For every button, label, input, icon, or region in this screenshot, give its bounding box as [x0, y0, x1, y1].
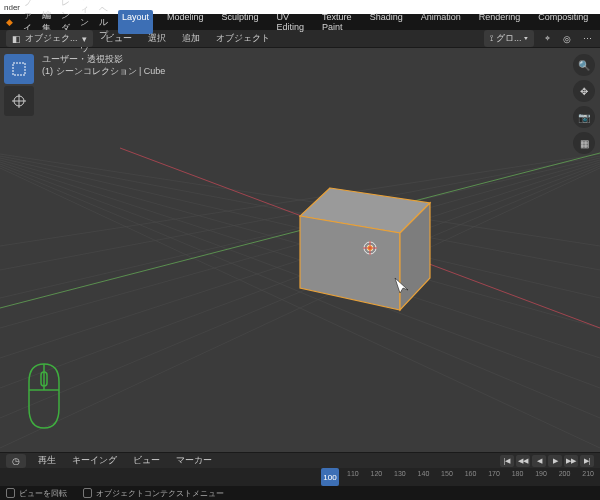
snap-toggle[interactable]: ⌖	[540, 32, 554, 46]
menu-select[interactable]: 選択	[144, 30, 170, 47]
mode-label: オブジェク...	[25, 32, 78, 45]
mouse-hint-overlay	[14, 356, 74, 438]
mouse-icon	[14, 356, 74, 436]
options-icon: ⋯	[583, 34, 592, 44]
menu-view[interactable]: ビュー	[101, 30, 136, 47]
timeline-menu-marker[interactable]: マーカー	[172, 452, 216, 469]
mode-dropdown[interactable]: ◧ オブジェク... ▾	[6, 30, 93, 47]
jump-end-button[interactable]: ▶|	[580, 455, 594, 467]
jump-start-button[interactable]: |◀	[500, 455, 514, 467]
chevron-down-icon: ▾	[82, 34, 87, 44]
prev-keyframe-button[interactable]: ◀◀	[516, 455, 530, 467]
play-button[interactable]: ▶	[548, 455, 562, 467]
current-frame-label: 100	[323, 473, 336, 482]
zoom-icon: 🔍	[578, 60, 590, 71]
blender-icon: ◆	[6, 17, 13, 27]
timeline-ruler[interactable]: 100 110 120 130 140 150 160 170 180 190 …	[0, 468, 600, 486]
overlay-object-path: (1) シーンコレクション | Cube	[42, 66, 165, 78]
tab-uv-editing[interactable]: UV Editing	[273, 10, 309, 34]
left-toolbar	[4, 54, 34, 116]
tick-label: 170	[488, 470, 500, 477]
timeline-menu-playback[interactable]: 再生	[34, 452, 60, 469]
cube-object	[300, 188, 430, 310]
snap-icon: ⌖	[545, 33, 550, 44]
clock-icon: ◷	[12, 456, 20, 466]
menu-object[interactable]: オブジェクト	[212, 30, 274, 47]
camera-gizmo[interactable]: 📷	[573, 106, 595, 128]
top-menu-bar: ◆ ファイル 編集 レンダー ウィンドウ ヘルプ Layout Modeling…	[0, 14, 600, 30]
orientation-icon: ⟟	[490, 33, 493, 43]
options-dropdown[interactable]: ⋯	[580, 32, 594, 46]
tick-label: 210	[582, 470, 594, 477]
select-box-tool[interactable]	[4, 54, 34, 84]
tick-label: 130	[394, 470, 406, 477]
select-box-icon	[11, 61, 27, 77]
mouse-button-icon	[83, 488, 92, 498]
orientation-dropdown[interactable]: ⟟ グロ... ▾	[484, 30, 534, 47]
proportional-icon: ◎	[563, 34, 571, 44]
status-bar: ビューを回転 オブジェクトコンテクストメニュー	[0, 486, 600, 500]
viewport-overlay-info: ユーザー・透視投影 (1) シーンコレクション | Cube	[42, 54, 165, 77]
3d-viewport[interactable]	[0, 48, 600, 452]
move-icon: ✥	[580, 86, 588, 97]
grid-icon: ▦	[580, 138, 589, 149]
playhead[interactable]: 100	[321, 468, 339, 486]
svg-marker-17	[300, 216, 400, 310]
next-keyframe-button[interactable]: ▶▶	[564, 455, 578, 467]
right-gizmo-column: 🔍 ✥ 📷 ▦	[572, 54, 596, 154]
status-hint-rotate: ビューを回転	[6, 488, 67, 499]
cursor-icon	[11, 93, 27, 109]
tab-shading[interactable]: Shading	[366, 10, 407, 34]
tick-label: 110	[347, 470, 359, 477]
mode-icon: ◧	[12, 34, 21, 44]
tab-texture-paint[interactable]: Texture Paint	[318, 10, 356, 34]
transport-controls: |◀ ◀◀ ◀ ▶ ▶▶ ▶|	[500, 455, 594, 467]
tick-label: 200	[559, 470, 571, 477]
tick-label: 180	[512, 470, 524, 477]
hint-label: ビューを回転	[19, 488, 67, 499]
menu-add[interactable]: 追加	[178, 30, 204, 47]
overlay-perspective-label: ユーザー・透視投影	[42, 54, 165, 66]
svg-rect-22	[13, 63, 25, 75]
perspective-gizmo[interactable]: ▦	[573, 132, 595, 154]
mouse-button-icon	[6, 488, 15, 498]
move-gizmo[interactable]: ✥	[573, 80, 595, 102]
tab-animation[interactable]: Animation	[417, 10, 465, 34]
zoom-gizmo[interactable]: 🔍	[573, 54, 595, 76]
hint-label: オブジェクトコンテクストメニュー	[96, 488, 224, 499]
app-name: nder	[4, 3, 20, 12]
status-hint-context-menu: オブジェクトコンテクストメニュー	[83, 488, 224, 499]
tick-label: 160	[465, 470, 477, 477]
tick-label: 190	[535, 470, 547, 477]
chevron-down-icon: ▾	[524, 33, 528, 43]
proportional-edit-toggle[interactable]: ◎	[560, 32, 574, 46]
play-reverse-button[interactable]: ◀	[532, 455, 546, 467]
timeline-ticks: 100 110 120 130 140 150 160 170 180 190 …	[6, 468, 594, 486]
timeline-header: ◷ 再生 キーイング ビュー マーカー |◀ ◀◀ ◀ ▶ ▶▶ ▶|	[0, 452, 600, 468]
tick-label: 150	[441, 470, 453, 477]
timeline-menu-keying[interactable]: キーイング	[68, 452, 121, 469]
tick-label: 140	[418, 470, 430, 477]
viewport-svg	[0, 48, 600, 452]
camera-icon: 📷	[578, 112, 590, 123]
orientation-label: グロ...	[496, 33, 522, 43]
timeline-editor-type[interactable]: ◷	[6, 454, 26, 468]
tick-label: 120	[371, 470, 383, 477]
timeline-menu-view[interactable]: ビュー	[129, 452, 164, 469]
cursor-tool[interactable]	[4, 86, 34, 116]
